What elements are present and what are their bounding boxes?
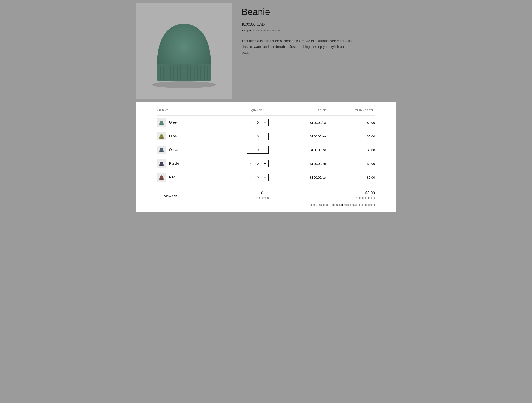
variant-row: Red − 0 + $100.00/ea $0.00 [157,170,375,184]
variant-row: Purple − 0 + $100.00/ea $0.00 [157,157,375,170]
beanie-icon [158,133,165,140]
header-variant-total: VARIANT TOTAL [326,109,375,112]
variant-row: Ocean − 0 + $100.00/ea $0.00 [157,143,375,157]
increase-button[interactable]: + [262,119,268,126]
product-price: $100.00 CAD [241,22,396,27]
product-description: This beanie is perfect for all seasons! … [241,38,353,56]
beanie-icon [158,160,165,167]
variant-name: Red [169,175,175,179]
quantity-stepper: − 0 + [247,160,269,167]
panel-footer: View cart 0 Total items $0.00 Product su… [157,186,375,206]
variant-thumbnail[interactable] [157,118,166,127]
variant-price: $100.00/ea [277,176,326,179]
variant-name: Olive [169,134,177,138]
shipping-suffix: calculated at checkout. [252,29,281,32]
beanie-illustration [142,8,226,93]
increase-button[interactable]: + [262,146,268,153]
svg-rect-18 [159,138,163,139]
shipping-note: Shipping calculated at checkout. [241,29,396,32]
header-quantity: QUANTITY [239,109,277,112]
subtotal-label: Product subtotal [277,196,375,199]
svg-rect-19 [159,151,163,152]
variant-price: $100.00/ea [277,134,326,138]
quantity-value: 0 [254,148,262,152]
quantity-stepper: − 0 + [247,119,269,126]
decrease-button[interactable]: − [247,174,254,181]
variant-total: $0.00 [326,176,375,179]
decrease-button[interactable]: − [247,160,254,167]
total-items-value: 0 [247,191,277,195]
decrease-button[interactable]: − [247,133,254,140]
increase-button[interactable]: + [262,133,268,140]
shipping-link-footer[interactable]: shipping [336,203,347,206]
svg-rect-17 [159,124,163,125]
variant-row: Green − 0 + $100.00/ea $0.00 [157,116,375,129]
variant-price: $100.00/ea [277,121,326,124]
variant-total: $0.00 [326,148,375,152]
beanie-icon [158,174,165,181]
tax-prefix: Taxes, Discounts and [309,203,336,206]
variant-price: $100.00/ea [277,162,326,165]
tax-note: Taxes, Discounts and shipping calculated… [277,203,375,206]
variant-total: $0.00 [326,162,375,165]
header-price: PRICE [277,109,326,112]
header-variant: VARIANT [157,109,239,112]
product-title: Beanie [241,7,396,17]
variant-total: $0.00 [326,134,375,138]
quantity-stepper: − 0 + [247,174,269,181]
variant-name: Ocean [169,148,179,152]
tax-suffix: calculated at checkout [347,203,375,206]
variants-panel: VARIANT QUANTITY PRICE VARIANT TOTAL Gre… [136,102,396,212]
increase-button[interactable]: + [262,160,268,167]
total-items-label: Total items [247,196,277,199]
variant-thumbnail[interactable] [157,146,166,154]
shipping-link[interactable]: Shipping [241,29,253,32]
quantity-stepper: − 0 + [247,146,269,154]
svg-point-0 [152,81,216,88]
beanie-icon [158,119,165,126]
decrease-button[interactable]: − [247,119,254,126]
variant-name: Green [169,120,179,124]
decrease-button[interactable]: − [247,146,254,153]
quantity-value: 0 [254,121,262,124]
variant-row: Olive − 0 + $100.00/ea $0.00 [157,129,375,143]
subtotal-value: $0.00 [277,191,375,195]
increase-button[interactable]: + [262,174,268,181]
quantity-value: 0 [254,134,262,138]
beanie-icon [158,146,165,153]
quantity-value: 0 [254,176,262,179]
variants-header: VARIANT QUANTITY PRICE VARIANT TOTAL [157,109,375,116]
svg-rect-21 [159,179,163,180]
variant-total: $0.00 [326,121,375,124]
quantity-stepper: − 0 + [247,132,269,140]
variant-thumbnail[interactable] [157,173,166,182]
variant-price: $100.00/ea [277,148,326,152]
variant-name: Purple [169,162,179,165]
variant-thumbnail[interactable] [157,159,166,168]
view-cart-button[interactable]: View cart [157,191,184,201]
svg-rect-20 [159,165,163,166]
product-image[interactable] [136,3,232,99]
quantity-value: 0 [254,162,262,165]
variant-thumbnail[interactable] [157,132,166,140]
